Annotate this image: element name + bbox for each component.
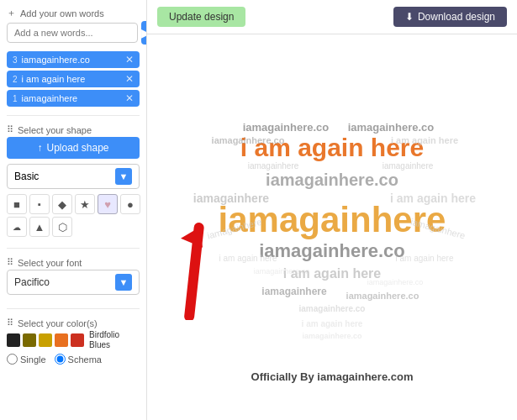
svg-text:iamagainhere.co: iamagainhere.co bbox=[346, 291, 419, 301]
radio-schema[interactable] bbox=[55, 354, 66, 365]
svg-text:iamagainhere.co: iamagainhere.co bbox=[243, 121, 330, 134]
shape-square[interactable]: ■ bbox=[7, 194, 27, 214]
swatch-orange[interactable] bbox=[55, 333, 68, 347]
divider-1 bbox=[7, 115, 140, 116]
palette-name: BirdfolioBlues bbox=[89, 330, 119, 350]
svg-text:iamagainhere.co: iamagainhere.co bbox=[302, 332, 362, 340]
shape-section-label: Select your shape bbox=[18, 125, 92, 135]
svg-text:iamagainhere.co: iamagainhere.co bbox=[259, 240, 405, 261]
color-icon: ⠿ bbox=[7, 318, 13, 328]
font-dropdown-arrow[interactable]: ▼ bbox=[115, 274, 132, 291]
color-section-label: Select your color(s) bbox=[18, 318, 98, 328]
shape-cloud[interactable]: ☁ bbox=[7, 217, 27, 237]
font-section-label: Select your font bbox=[18, 258, 82, 268]
shape-triangle[interactable]: ▲ bbox=[29, 217, 50, 237]
swatch-black[interactable] bbox=[7, 333, 20, 347]
tag-num-1: 1 bbox=[13, 94, 18, 103]
svg-text:i am again here: i am again here bbox=[219, 254, 277, 263]
shape-heart[interactable]: ♥ bbox=[98, 194, 118, 214]
update-design-button[interactable]: Update design bbox=[157, 7, 245, 27]
add-words-section: ＋ Add your own words ▶ bbox=[7, 7, 140, 45]
svg-text:iamagainhere: iamagainhere bbox=[261, 286, 327, 297]
svg-text:iamagainhere.co: iamagainhere.co bbox=[299, 304, 366, 313]
shape-diamond[interactable]: ◆ bbox=[52, 194, 72, 214]
tag-close-3[interactable]: ✕ bbox=[125, 54, 134, 66]
add-word-input[interactable] bbox=[7, 23, 138, 43]
tag-num-2: 2 bbox=[13, 75, 18, 84]
font-name-label: Pacifico bbox=[14, 276, 50, 288]
shape-section: ⠿ Select your shape ↑ Upload shape Basic… bbox=[7, 124, 140, 239]
canvas-area: iamagainhere i am again here iamagainher… bbox=[147, 34, 517, 420]
svg-text:iamagainhere.co: iamagainhere.co bbox=[348, 121, 435, 134]
basic-shape-dropdown[interactable]: Basic ▼ bbox=[7, 164, 140, 189]
svg-text:i am again here: i am again here bbox=[391, 135, 458, 145]
font-section: ⠿ Select your font Pacifico ▼ bbox=[7, 257, 140, 300]
mode-schema[interactable]: Schema bbox=[55, 354, 102, 365]
tag-close-2[interactable]: ✕ bbox=[125, 73, 134, 85]
swatch-gold[interactable] bbox=[39, 333, 52, 347]
word-tags-list: 3 iamagainhere.co ✕ 2 i am again here ✕ … bbox=[7, 51, 140, 107]
swatch-darkgold[interactable] bbox=[23, 333, 36, 347]
mode-single[interactable]: Single bbox=[7, 354, 46, 365]
svg-text:i am again here: i am again here bbox=[302, 319, 363, 328]
svg-text:i am again here: i am again here bbox=[396, 254, 454, 263]
shape-rounded-square[interactable]: ▪ bbox=[29, 194, 50, 214]
basic-dropdown-arrow[interactable]: ▼ bbox=[115, 168, 132, 185]
svg-text:iamagainhere.co: iamagainhere.co bbox=[266, 171, 398, 189]
svg-text:iamagainhere.co: iamagainhere.co bbox=[367, 278, 424, 286]
left-panel: ＋ Add your own words ▶ 3 iamagainhere.co… bbox=[0, 0, 147, 420]
svg-text:iamagainhere.co: iamagainhere.co bbox=[254, 267, 310, 276]
color-section-header: ⠿ Select your color(s) bbox=[7, 318, 140, 328]
main-area: Update design ⬇ Download design iamagain… bbox=[147, 0, 517, 420]
tag-close-1[interactable]: ✕ bbox=[125, 92, 134, 104]
shape-section-header: ⠿ Select your shape bbox=[7, 124, 140, 135]
tag-label-3: iamagainhere.co bbox=[22, 55, 90, 65]
svg-text:iamagainhere: iamagainhere bbox=[248, 161, 299, 171]
word-tag-3: 3 iamagainhere.co ✕ bbox=[7, 51, 140, 68]
word-tag-1: 1 iamagainhere ✕ bbox=[7, 90, 140, 107]
tag-num-3: 3 bbox=[13, 55, 18, 65]
add-words-icon: ＋ bbox=[7, 7, 16, 19]
svg-text:iamagainhere: iamagainhere bbox=[382, 161, 434, 171]
wordcloud-svg: iamagainhere i am again here iamagainher… bbox=[164, 68, 500, 370]
color-section: ⠿ Select your color(s) BirdfolioBlues Si… bbox=[7, 318, 140, 365]
tag-label-2: i am again here bbox=[22, 74, 86, 84]
add-words-header: ＋ Add your own words bbox=[7, 7, 140, 19]
radio-single[interactable] bbox=[7, 354, 18, 365]
shape-star[interactable]: ★ bbox=[75, 194, 95, 214]
divider-3 bbox=[7, 308, 140, 309]
add-words-label: Add your own words bbox=[20, 8, 104, 18]
svg-text:i am again here: i am again here bbox=[390, 192, 476, 205]
wordcloud-container: iamagainhere i am again here iamagainher… bbox=[164, 68, 500, 387]
svg-text:iamagainhere: iamagainhere bbox=[193, 192, 269, 205]
shape-icon-small: ⠿ bbox=[7, 124, 13, 135]
word-tag-2: 2 i am again here ✕ bbox=[7, 71, 140, 87]
shape-circle[interactable]: ● bbox=[120, 194, 140, 214]
download-icon: ⬇ bbox=[405, 11, 414, 23]
font-icon: ⠿ bbox=[7, 257, 13, 268]
add-input-row: ▶ bbox=[7, 21, 140, 45]
upload-icon: ↑ bbox=[37, 142, 42, 154]
tag-label-1: iamagainhere bbox=[22, 93, 78, 103]
shape-hexagon[interactable]: ⬡ bbox=[52, 217, 72, 237]
swatch-red[interactable] bbox=[71, 333, 84, 347]
download-design-button[interactable]: ⬇ Download design bbox=[393, 7, 507, 27]
svg-text:iamagainhere.co: iamagainhere.co bbox=[212, 135, 285, 145]
font-dropdown[interactable]: Pacifico ▼ bbox=[7, 270, 140, 295]
divider-2 bbox=[7, 248, 140, 249]
basic-dropdown-label: Basic bbox=[14, 171, 39, 182]
update-design-label: Update design bbox=[169, 11, 234, 23]
upload-shape-label: Upload shape bbox=[46, 142, 108, 154]
shape-icons-grid: ■ ▪ ◆ ★ ♥ ● ☁ ▲ ⬡ bbox=[7, 194, 140, 237]
upload-shape-button[interactable]: ↑ Upload shape bbox=[7, 137, 140, 159]
font-section-header: ⠿ Select your font bbox=[7, 257, 140, 268]
add-word-button[interactable]: ▶ bbox=[141, 21, 147, 45]
download-label: Download design bbox=[418, 11, 495, 23]
color-mode-row: Single Schema bbox=[7, 354, 140, 365]
top-bar: Update design ⬇ Download design bbox=[147, 0, 517, 34]
official-text: Officially By iamagainhere.com bbox=[251, 370, 414, 383]
color-palette: BirdfolioBlues bbox=[7, 330, 140, 350]
